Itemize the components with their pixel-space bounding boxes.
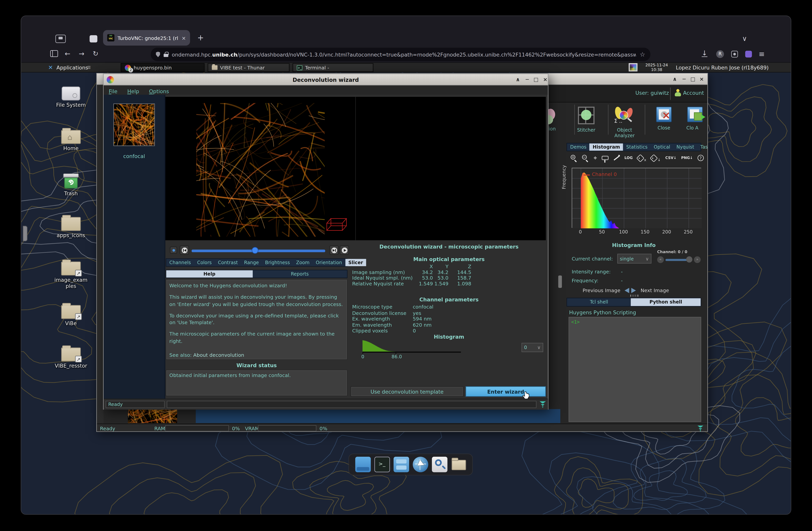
clock[interactable]: 2025-11-2410:38 [641,63,673,72]
tracking-protection-shield-icon[interactable] [156,51,160,57]
profile-line-icon[interactable] [613,154,620,161]
tab-demos[interactable]: Demos [567,143,590,151]
paint-roller-icon[interactable] [602,156,608,160]
slice-slider-handle[interactable] [252,247,258,254]
previous-image-arrow-icon[interactable] [622,288,629,293]
url-bar[interactable]: ondemand.hpc.unibe.ch/pun/sys/dashboard/… [151,48,651,61]
taskbar-item-terminal[interactable]: >_ Terminal - [292,63,373,72]
menu-options[interactable]: Options [149,89,169,94]
export-png-button[interactable]: PNG↓ [681,156,693,160]
slicer-viewer[interactable] [165,97,546,240]
log-scale-button[interactable]: LOG [624,156,633,160]
tab-colors[interactable]: Colors [194,259,215,266]
panel-splitter-handle[interactable] [558,276,562,288]
play-button[interactable] [339,246,349,255]
desktop-icon-home[interactable]: ⌂ Home [51,130,91,151]
sidebar-toggle-icon[interactable] [50,50,58,57]
new-tab-button[interactable]: + [197,33,204,42]
back-icon[interactable]: ← [64,50,70,58]
desktop-icon-image-examples[interactable]: ↗ image_examples [51,262,91,289]
confocal-image-view[interactable] [196,103,325,237]
tag-save-icon[interactable] [650,154,658,162]
tab-list-chevron-icon[interactable]: ∨ [742,35,747,42]
slice-lock-button[interactable] [170,246,177,254]
tab-nyquist[interactable]: Nyquist [673,143,697,151]
extensions-icon[interactable] [731,51,738,58]
zoom-out-icon[interactable]: − [582,154,589,161]
use-template-button[interactable]: Use deconvolution template [351,386,464,397]
tab-task-reports[interactable]: Task reports [697,143,708,151]
tab-optical[interactable]: Optical [651,143,673,151]
channel0-histogram-plot[interactable]: Channel 0 [572,168,701,228]
taskbar-item-thunar[interactable]: VIBE test - Thunar [208,63,289,72]
tab-orientation[interactable]: Orientation [313,259,345,266]
channel-next-icon[interactable]: » [694,256,701,263]
previous-image-button[interactable]: Previous Image [583,287,620,293]
tab-tcl-shell[interactable]: Tcl shell [567,298,631,306]
forward-icon[interactable]: → [79,50,84,58]
desktop-icon-apps-icons[interactable]: apps_icons [51,217,91,238]
python-shell-console[interactable]: <1> [569,317,701,422]
about-deconvolution-link[interactable]: About deconvolution [193,352,244,358]
shade-icon[interactable]: ∧ [670,76,679,82]
toolbar-close-all[interactable]: Clo A [682,105,708,131]
desktop-icon-vibe-resstor[interactable]: ↗ VIBE_resstor [51,348,91,369]
shade-icon[interactable]: ∧ [514,77,522,83]
xfce-menu-icon[interactable]: ✕ [48,64,53,71]
toolbar-object-analyzer[interactable]: Σ .. Object Analyzer [608,105,641,138]
toolbar-stitcher[interactable]: Stitcher [570,105,603,133]
next-image-button[interactable]: Next Image [641,287,669,293]
export-csv-button[interactable]: CSV↓ [665,156,677,160]
tab-range[interactable]: Range [241,259,262,266]
file-manager-icon[interactable] [451,457,466,472]
desktop-icon-vibe[interactable]: ↗ ViBe [51,305,91,326]
minimize-icon[interactable]: ─ [680,76,688,82]
help-icon[interactable]: ? [698,155,704,161]
taskbar-item-huygens[interactable]: 2 huygenspro.bin [120,63,205,72]
tab-zoom[interactable]: Zoom [293,259,313,266]
profile-badge-icon[interactable]: R [716,50,724,58]
tab-statistics[interactable]: Statistics [623,143,651,151]
current-channel-dropdown[interactable]: single∨ [617,254,651,264]
maximize-icon[interactable]: □ [689,76,697,82]
show-desktop-icon[interactable] [355,457,371,472]
maximize-icon[interactable]: □ [532,77,540,83]
terminal-icon[interactable]: >_ [374,457,390,472]
zoom-fit-icon[interactable]: ⌖ [593,154,597,162]
channel-slider-handle[interactable] [686,256,692,262]
desktop-icon-file-system[interactable]: File System [51,86,91,108]
applications-menu[interactable]: Applications [57,65,88,71]
url-text[interactable]: ondemand.hpc.unibe.ch/pun/sys/dashboard/… [172,51,636,57]
skip-back-button[interactable] [180,246,189,255]
skip-forward-button[interactable] [329,246,339,255]
tab-histogram[interactable]: Histogram [590,143,623,151]
app-menu-icon[interactable]: ≡ [759,50,765,58]
application-finder-icon[interactable] [432,457,447,472]
tab-python-shell[interactable]: Python shell [631,298,701,306]
splitter-grip[interactable] [630,295,639,297]
tab-reports[interactable]: Reports [252,270,347,278]
web-browser-icon[interactable] [412,457,428,472]
tab-close-icon[interactable]: × [182,35,186,41]
browser-tab[interactable]: no VNC TurboVNC: gnode25:1 (rl18y68 × [103,30,190,46]
screenshot-icon[interactable] [55,35,66,43]
panel-hide-handle[interactable] [23,226,27,241]
menu-file[interactable]: File [109,89,117,94]
tab-help[interactable]: Help [166,270,252,278]
desktop-icon-trash[interactable]: Trash [51,174,91,196]
download-icon[interactable]: ↓ [701,50,707,57]
zoom-in-icon[interactable]: + [570,154,577,161]
close-icon[interactable]: × [541,77,549,83]
image-thumbnail-confocal[interactable] [114,104,155,146]
toolbar-close[interactable]: × Close [648,105,681,131]
close-icon[interactable]: × [698,76,706,82]
clipboard-icon[interactable] [89,35,97,42]
tab-contrast[interactable]: Contrast [215,259,241,266]
wizard-histogram-channel-dropdown[interactable]: 0∨ [521,343,543,352]
bookmark-star-icon[interactable]: ☆ [640,51,645,58]
account-button[interactable]: Account [683,90,704,96]
tag-remove-icon[interactable] [636,154,644,162]
minimize-icon[interactable]: ─ [523,77,532,83]
user-avatar[interactable] [629,63,638,71]
container-tab-icon[interactable] [745,51,752,58]
